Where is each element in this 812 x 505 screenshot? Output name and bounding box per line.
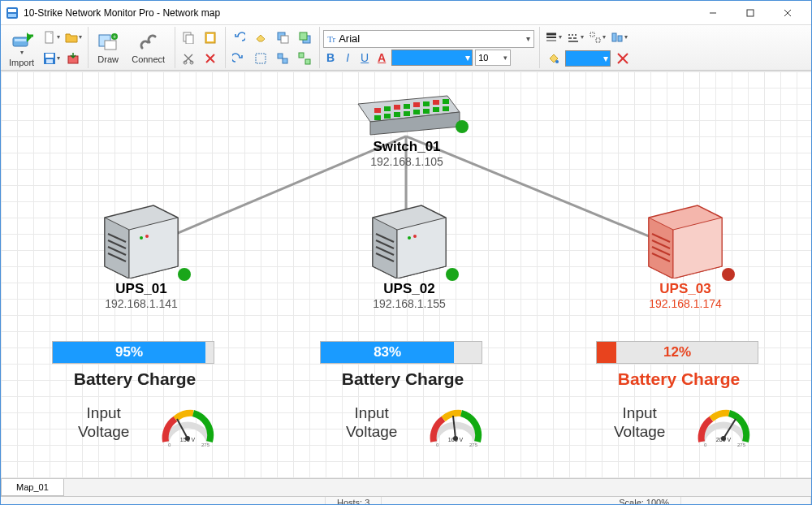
svg-rect-43 [618, 36, 622, 41]
new-file-button[interactable]: ▾ [41, 28, 61, 47]
redo-button[interactable] [229, 49, 248, 68]
align-button[interactable]: ▾ [609, 28, 628, 47]
import-devices-button[interactable] [63, 49, 83, 68]
battery-caption-ups-02: Battery Charge [313, 369, 492, 389]
device-name: UPS_03 [633, 281, 738, 297]
svg-rect-2 [8, 14, 16, 17]
font-size-value: 10 [478, 53, 488, 63]
svg-point-76 [145, 235, 149, 238]
svg-rect-22 [207, 34, 214, 41]
close-button[interactable] [769, 2, 806, 24]
cut-button[interactable] [179, 49, 198, 68]
device-switch[interactable]: Switch_01 192.168.1.105 [350, 88, 464, 168]
device-name: UPS_02 [356, 281, 462, 297]
map-tabs: Map_01 [1, 478, 811, 496]
underline-button[interactable]: U [357, 51, 372, 64]
device-ups-03[interactable]: UPS_03 192.168.1.174 [633, 201, 738, 310]
battery-caption-ups-01: Battery Charge [45, 369, 224, 389]
delete-button[interactable] [201, 49, 220, 68]
battery-pct: 83% [374, 344, 401, 360]
device-ip: 192.168.1.174 [633, 297, 738, 310]
svg-text:+: + [113, 34, 116, 40]
device-ups-01[interactable]: UPS_01 192.168.1.141 [89, 201, 194, 310]
paste-button[interactable] [201, 28, 220, 47]
clear-button[interactable] [251, 28, 270, 47]
font-name-value: Arial [339, 32, 360, 45]
svg-rect-40 [590, 32, 594, 37]
group-button[interactable] [273, 49, 292, 68]
font-size-select[interactable]: 10▾ [475, 50, 511, 66]
battery-pct: 95% [115, 344, 143, 360]
svg-rect-8 [15, 39, 26, 41]
svg-text:168 V: 168 V [448, 437, 464, 442]
import-icon [11, 28, 33, 49]
svg-point-75 [140, 236, 143, 240]
input-voltage-label-ups-02: InputVoltage [346, 404, 397, 442]
bring-front-button[interactable] [273, 28, 292, 47]
status-trailing [681, 497, 811, 505]
connect-label: Connect [132, 54, 165, 64]
svg-rect-59 [443, 99, 449, 104]
svg-rect-64 [413, 110, 420, 114]
svg-rect-42 [612, 33, 616, 41]
fill-button[interactable] [543, 49, 563, 68]
svg-rect-1 [8, 9, 16, 12]
select-all-button[interactable] [251, 49, 270, 68]
voltage-gauge-ups-02: 0 275 168 V [427, 403, 484, 448]
draw-icon: + [97, 32, 119, 53]
svg-rect-67 [443, 106, 449, 111]
ungroup-button[interactable] [295, 49, 314, 68]
save-button[interactable]: ▾ [41, 49, 61, 68]
device-ups-02[interactable]: UPS_02 192.168.1.155 [356, 201, 462, 310]
network-map-canvas[interactable]: Switch_01 192.168.1.105 UPS_01 192.168.1… [1, 71, 811, 478]
svg-text:0: 0 [704, 442, 707, 447]
draw-button[interactable]: + Draw [92, 30, 124, 66]
truetype-icon: Tr [327, 34, 335, 44]
server-icon [97, 201, 186, 278]
line-style-button[interactable]: ▾ [543, 28, 563, 47]
italic-button[interactable]: I [340, 51, 355, 64]
snap-button[interactable]: ▾ [587, 28, 607, 47]
minimize-button[interactable] [694, 2, 732, 24]
server-icon [365, 201, 454, 278]
voltage-gauge-ups-03: 0 275 205 V [695, 403, 752, 448]
undo-button[interactable] [229, 28, 248, 47]
svg-rect-7 [13, 37, 28, 46]
battery-progress-ups-02: 83% [320, 341, 482, 364]
svg-rect-65 [423, 109, 430, 114]
status-indicator [722, 268, 735, 281]
svg-rect-28 [300, 32, 307, 40]
no-fill-button[interactable] [613, 49, 633, 68]
connect-button[interactable]: Connect [127, 30, 170, 66]
svg-rect-31 [283, 58, 287, 63]
import-button[interactable]: ▾ Import [4, 26, 39, 69]
send-back-button[interactable] [295, 28, 314, 47]
font-family-select[interactable]: Tr Arial ▾ [323, 30, 534, 48]
device-name: Switch_01 [350, 139, 464, 155]
svg-rect-12 [45, 54, 54, 58]
maximize-button[interactable] [732, 2, 769, 24]
line-dash-button[interactable]: ▾ [565, 28, 585, 47]
chevron-down-icon: ▾ [526, 34, 530, 43]
svg-rect-26 [281, 36, 288, 43]
tab-map-01[interactable]: Map_01 [1, 479, 64, 496]
svg-rect-33 [305, 59, 310, 64]
svg-rect-62 [394, 112, 400, 117]
copy-button[interactable] [179, 28, 198, 47]
fill-color-picker[interactable]: ▾ [565, 50, 611, 67]
battery-progress-ups-03: 12% [596, 341, 758, 364]
svg-rect-56 [413, 102, 420, 107]
open-file-button[interactable]: ▾ [63, 28, 83, 47]
input-voltage-label-ups-01: InputVoltage [78, 404, 129, 442]
canvas-area[interactable]: Switch_01 192.168.1.105 UPS_01 192.168.1… [1, 71, 811, 478]
font-color-button[interactable]: A [374, 51, 389, 64]
status-bar: Hosts: 3 Scale: 100% [1, 496, 811, 505]
svg-rect-53 [384, 106, 391, 111]
svg-rect-13 [46, 59, 53, 63]
switch-icon [350, 88, 464, 136]
color-picker[interactable]: ▾ [391, 50, 473, 66]
bold-button[interactable]: B [323, 51, 338, 64]
svg-point-89 [408, 236, 411, 240]
svg-rect-66 [433, 107, 439, 112]
svg-rect-63 [404, 111, 410, 116]
